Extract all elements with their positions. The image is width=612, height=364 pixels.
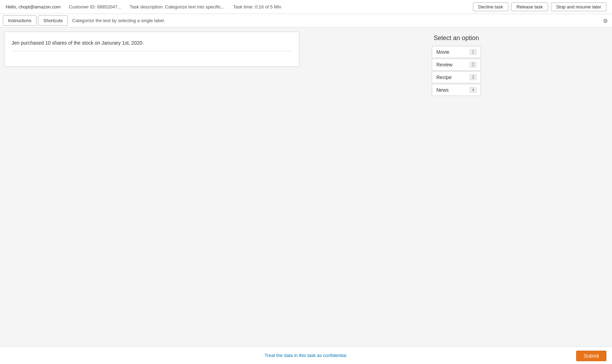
option-label: Review bbox=[436, 62, 453, 67]
submit-area: Submit bbox=[576, 351, 606, 361]
stop-resume-button[interactable]: Stop and resume later bbox=[551, 2, 606, 11]
toolbar: Instructions Shortcuts Categorize the te… bbox=[0, 14, 612, 27]
greeting-text: Hello, chopt@amazon.com bbox=[6, 4, 60, 9]
header-meta: Customer ID: 68852047... Task descriptio… bbox=[69, 4, 281, 9]
option-shortcut: 1 bbox=[470, 49, 476, 55]
option-shortcut: 4 bbox=[470, 87, 476, 93]
options-panel: Select an option Movie1Review2Recipe3New… bbox=[305, 32, 608, 328]
release-task-button[interactable]: Release task bbox=[511, 2, 548, 11]
option-item-news[interactable]: News4 bbox=[432, 84, 481, 96]
footer-note: Treat the data in this task as confident… bbox=[265, 353, 347, 358]
option-shortcut: 2 bbox=[470, 62, 476, 67]
shortcuts-tab[interactable]: Shortcuts bbox=[38, 15, 68, 26]
text-content: Jen purchased 10 shares of the stock on … bbox=[12, 39, 292, 47]
option-label: News bbox=[436, 87, 449, 93]
decline-task-button[interactable]: Decline task bbox=[473, 2, 508, 11]
header-bar: Hello, chopt@amazon.com Customer ID: 688… bbox=[0, 0, 612, 14]
task-time-label: Task time: 0:16 of 5 Min bbox=[233, 4, 281, 9]
option-item-movie[interactable]: Movie1 bbox=[432, 46, 481, 58]
text-panel-divider bbox=[12, 51, 292, 51]
settings-icon[interactable]: ⚙ bbox=[603, 17, 608, 24]
task-description-label: Task description: Categorize text into s… bbox=[130, 4, 224, 9]
instruction-text: Categorize the text by selecting a singl… bbox=[72, 18, 165, 23]
option-label: Recipe bbox=[436, 74, 452, 80]
text-panel: Jen purchased 10 shares of the stock on … bbox=[4, 32, 299, 67]
submit-button[interactable]: Submit bbox=[576, 351, 606, 361]
option-item-recipe[interactable]: Recipe3 bbox=[432, 71, 481, 83]
footer: Treat the data in this task as confident… bbox=[0, 346, 612, 364]
option-shortcut: 3 bbox=[470, 74, 476, 80]
option-list: Movie1Review2Recipe3News4 bbox=[432, 46, 481, 97]
main-content: Jen purchased 10 shares of the stock on … bbox=[0, 27, 612, 332]
header-actions: Decline task Release task Stop and resum… bbox=[473, 2, 606, 11]
instructions-tab[interactable]: Instructions bbox=[3, 15, 37, 26]
customer-id-label: Customer ID: 68852047... bbox=[69, 4, 121, 9]
option-item-review[interactable]: Review2 bbox=[432, 59, 481, 71]
options-title: Select an option bbox=[434, 34, 479, 42]
header-left: Hello, chopt@amazon.com Customer ID: 688… bbox=[6, 4, 281, 9]
option-label: Movie bbox=[436, 49, 449, 55]
